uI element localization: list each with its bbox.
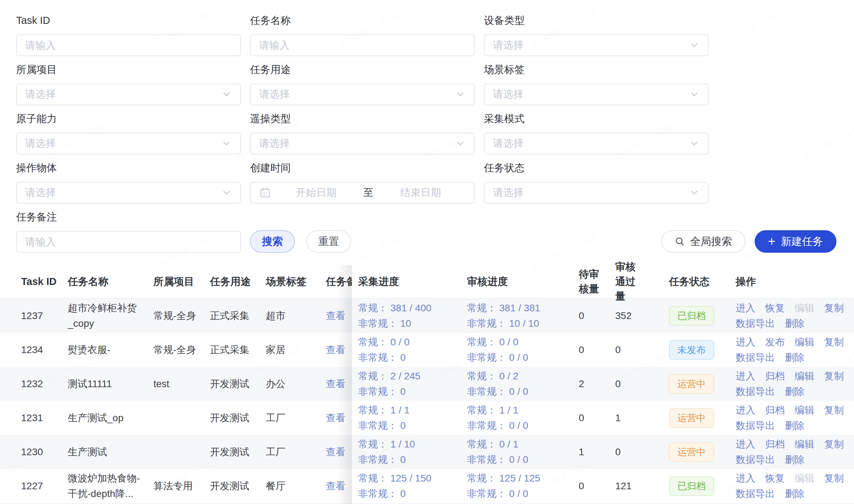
action-link-enabled[interactable]: 恢复 (765, 300, 785, 316)
cell-scene: 工厂 (266, 444, 326, 460)
header-purpose: 任务用途 (210, 274, 266, 289)
cell-purpose: 正式采集 (210, 342, 266, 358)
progress-text: 非常规： 0 / 0 (467, 350, 569, 365)
action-link-enabled[interactable]: 进入 (736, 471, 755, 486)
action-link-enabled[interactable]: 复制 (824, 403, 844, 418)
action-link-enabled[interactable]: 删除 (785, 384, 804, 399)
header-project: 所属项目 (153, 274, 210, 289)
action-line-2: 数据导出删除 (736, 486, 841, 502)
search-button[interactable]: 搜索 (250, 230, 295, 253)
action-link-enabled[interactable]: 删除 (785, 418, 804, 433)
status-badge: 已归档 (669, 476, 714, 496)
remark-view-link[interactable]: 查看 (326, 342, 352, 358)
create-time-range-picker[interactable]: 开始日期 至 结束日期 (250, 182, 475, 204)
filter-label: 原子能力 (16, 112, 241, 126)
action-link-enabled[interactable]: 归档 (765, 437, 785, 452)
remark-view-link[interactable]: 查看 (326, 308, 352, 324)
header-collect: 采集进度 (352, 274, 467, 289)
table-row: 1234 熨烫衣服- 常规-全身 正式采集 家居 查看 常规： 0 / 0非常规… (0, 333, 854, 367)
task-table: Task ID 任务名称 所属项目 任务用途 场景标签 任务备注 采集进度 审核… (0, 265, 854, 504)
cell-actions: 进入恢复编辑复制 数据导出删除 (736, 471, 854, 502)
action-line-1: 进入恢复编辑复制 (736, 471, 841, 486)
action-link-enabled[interactable]: 数据导出 (736, 316, 775, 331)
action-link-enabled[interactable]: 复制 (824, 334, 844, 350)
project-select[interactable]: 请选择 (16, 84, 241, 105)
action-line-1: 进入归档编辑复制 (736, 437, 841, 452)
calendar-icon (259, 187, 271, 199)
cell-scene: 办公 (266, 376, 326, 392)
filter-scene-tag: 场景标签 请选择 (484, 62, 709, 105)
new-task-button[interactable]: + 新建任务 (755, 230, 836, 253)
progress-text: 常规： 0 / 2 (467, 369, 569, 384)
action-line-1: 进入归档编辑复制 (736, 369, 841, 384)
action-link-enabled[interactable]: 复制 (824, 471, 844, 486)
action-link-enabled[interactable]: 数据导出 (736, 486, 775, 502)
cell-passed-count: 1 (611, 410, 669, 426)
action-link-enabled[interactable]: 发布 (765, 334, 785, 350)
remark-input[interactable] (16, 231, 241, 253)
remark-view-link[interactable]: 查看 (326, 376, 352, 392)
cell-passed-count: 0 (611, 342, 669, 358)
remark-view-link[interactable]: 查看 (326, 478, 352, 494)
cell-actions: 进入归档编辑复制 数据导出删除 (736, 437, 854, 467)
action-link-enabled[interactable]: 进入 (736, 369, 755, 384)
remark-view-link[interactable]: 查看 (326, 444, 352, 460)
action-link-enabled[interactable]: 进入 (736, 437, 755, 452)
remark-view-link[interactable]: 查看 (326, 410, 352, 426)
action-link-enabled[interactable]: 进入 (736, 300, 755, 316)
action-link-enabled[interactable]: 复制 (824, 437, 844, 452)
collect-mode-select[interactable]: 请选择 (484, 133, 709, 154)
chevron-down-icon (689, 138, 699, 149)
filter-device-type: 设备类型 请选择 (484, 13, 709, 56)
action-link-enabled[interactable]: 进入 (736, 334, 755, 350)
end-date-placeholder[interactable]: 结束日期 (376, 186, 466, 200)
task-status-select[interactable]: 请选择 (484, 182, 709, 204)
global-search-button[interactable]: 全局搜索 (661, 230, 745, 253)
task-id-input[interactable] (16, 34, 241, 56)
cell-collect-progress: 常规： 381 / 400非常规： 10 (352, 300, 467, 331)
cell-pending-count: 0 (569, 308, 611, 324)
action-link-enabled[interactable]: 数据导出 (736, 384, 775, 399)
action-link-enabled[interactable]: 删除 (785, 452, 804, 467)
table-body: 1237 超市冷鲜柜补货_copy 常规-全身 正式采集 超市 查看 常规： 3… (0, 299, 854, 503)
action-link-enabled[interactable]: 恢复 (765, 471, 785, 486)
action-link-enabled[interactable]: 数据导出 (736, 452, 775, 467)
device-type-select[interactable]: 请选择 (484, 34, 709, 56)
purpose-select[interactable]: 请选择 (250, 84, 475, 105)
action-link-enabled[interactable]: 删除 (785, 486, 804, 502)
action-line-1: 进入归档编辑复制 (736, 403, 841, 418)
action-link-enabled[interactable]: 编辑 (795, 437, 814, 452)
action-link-enabled[interactable]: 编辑 (795, 403, 814, 418)
reset-button[interactable]: 重置 (306, 230, 351, 253)
cell-passed-count: 352 (611, 308, 669, 324)
scene-tag-select[interactable]: 请选择 (484, 84, 709, 105)
action-link-enabled[interactable]: 删除 (785, 316, 804, 331)
atomic-ability-select[interactable]: 请选择 (16, 133, 241, 154)
action-link-enabled[interactable]: 数据导出 (736, 350, 775, 365)
progress-text: 非常规： 0 / 0 (467, 452, 569, 467)
action-link-disabled: 编辑 (795, 471, 814, 486)
filter-task-status: 任务状态 请选择 (484, 161, 709, 204)
filter-label: 任务状态 (484, 161, 709, 175)
object-select[interactable]: 请选择 (16, 182, 241, 204)
task-name-input[interactable] (250, 34, 475, 56)
action-link-enabled[interactable]: 进入 (736, 403, 755, 418)
action-link-enabled[interactable]: 编辑 (795, 369, 814, 384)
action-link-enabled[interactable]: 复制 (824, 369, 844, 384)
chevron-down-icon (221, 89, 232, 100)
action-link-enabled[interactable]: 删除 (785, 350, 804, 365)
filter-purpose: 任务用途 请选择 (250, 62, 475, 105)
action-link-enabled[interactable]: 复制 (824, 300, 844, 316)
action-line-2: 数据导出删除 (736, 384, 841, 399)
teleop-type-select[interactable]: 请选择 (250, 133, 475, 154)
filter-project: 所属项目 请选择 (16, 62, 241, 105)
cell-collect-progress: 常规： 125 / 150非常规： 0 (352, 471, 467, 502)
progress-text: 常规： 0 / 0 (467, 334, 569, 350)
start-date-placeholder[interactable]: 开始日期 (271, 186, 361, 200)
filter-label: 场景标签 (484, 62, 709, 77)
action-link-enabled[interactable]: 归档 (765, 403, 785, 418)
action-link-enabled[interactable]: 编辑 (795, 334, 814, 350)
action-link-enabled[interactable]: 归档 (765, 369, 785, 384)
action-line-2: 数据导出删除 (736, 452, 841, 467)
action-link-enabled[interactable]: 数据导出 (736, 418, 775, 433)
